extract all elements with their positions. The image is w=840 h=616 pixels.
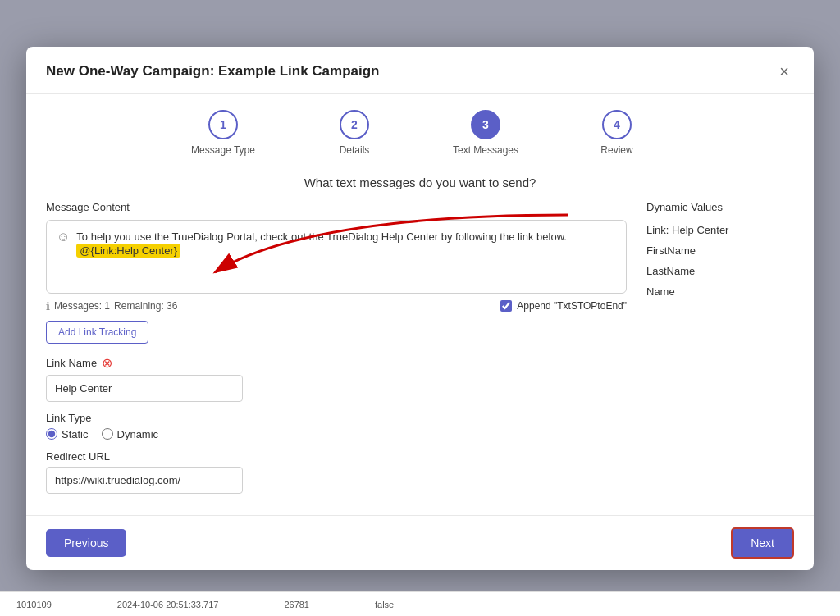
bg-col2: 2024-10-06 20:51:33.717 bbox=[117, 600, 219, 609]
link-name-input[interactable] bbox=[46, 375, 243, 402]
append-checkbox-group: Append "TxtSTOPtoEnd" bbox=[500, 300, 627, 312]
step-2: 2 Details bbox=[289, 110, 420, 156]
step-4: 4 Review bbox=[551, 110, 682, 156]
bg-table-row: 1010109 2024-10-06 20:51:33.717 26781 fa… bbox=[0, 591, 840, 616]
bg-col3: 26781 bbox=[284, 600, 309, 609]
redirect-url-group: Redirect URL bbox=[46, 450, 627, 494]
stats-left: ℹ Messages: 1 Remaining: 36 bbox=[46, 300, 177, 313]
static-radio-option[interactable]: Static bbox=[46, 428, 89, 440]
append-label: Append "TxtSTOPtoEnd" bbox=[517, 300, 627, 312]
step-2-label: Details bbox=[340, 144, 370, 156]
link-name-label: Link Name ⊗ bbox=[46, 355, 627, 371]
step-3: 3 Text Messages bbox=[420, 110, 551, 156]
dynamic-radio[interactable] bbox=[102, 428, 113, 440]
add-link-tracking-button[interactable]: Add Link Tracking bbox=[46, 321, 148, 344]
dynamic-values-panel: Dynamic Values Link: Help Center FirstNa… bbox=[646, 201, 794, 504]
next-button[interactable]: Next bbox=[731, 527, 794, 559]
message-box[interactable]: ☺ To help you use the TrueDialog Portal,… bbox=[46, 220, 627, 294]
dynamic-item-0[interactable]: Link: Help Center bbox=[646, 220, 794, 240]
remaining-count: Remaining: 36 bbox=[114, 300, 177, 312]
content-row: Message Content ☺ To help you use the Tr… bbox=[46, 201, 794, 504]
link-tag: @{Link:Help Center} bbox=[76, 244, 180, 258]
modal-title: New One-Way Campaign: Example Link Campa… bbox=[46, 63, 380, 80]
step-2-circle: 2 bbox=[340, 110, 369, 139]
append-checkbox[interactable] bbox=[500, 300, 512, 312]
previous-button[interactable]: Previous bbox=[46, 529, 126, 557]
link-type-radio-group: Static Dynamic bbox=[46, 428, 627, 440]
section-title: What text messages do you want to send? bbox=[46, 176, 794, 189]
campaign-modal: New One-Way Campaign: Example Link Campa… bbox=[26, 47, 814, 570]
modal-header: New One-Way Campaign: Example Link Campa… bbox=[26, 47, 814, 94]
modal-body: What text messages do you want to send? … bbox=[26, 167, 814, 512]
step-3-label: Text Messages bbox=[453, 144, 518, 156]
message-area: Message Content ☺ To help you use the Tr… bbox=[46, 201, 627, 504]
step-4-label: Review bbox=[600, 144, 632, 156]
link-type-label: Link Type bbox=[46, 412, 627, 424]
dynamic-label: Dynamic bbox=[117, 428, 159, 440]
close-button[interactable]: × bbox=[774, 62, 794, 81]
dynamic-radio-option[interactable]: Dynamic bbox=[102, 428, 159, 440]
redirect-url-input[interactable] bbox=[46, 467, 243, 494]
message-text: To help you use the TrueDialog Portal, c… bbox=[76, 230, 567, 243]
emoji-icon: ☺ bbox=[57, 230, 70, 258]
step-1: 1 Message Type bbox=[158, 110, 289, 156]
messages-count: Messages: 1 bbox=[54, 300, 110, 312]
info-icon: ℹ bbox=[46, 300, 50, 313]
redirect-url-label: Redirect URL bbox=[46, 450, 627, 463]
static-radio[interactable] bbox=[46, 428, 57, 440]
link-type-group: Link Type Static Dynamic bbox=[46, 412, 627, 440]
modal-footer: Previous Next bbox=[26, 515, 814, 570]
step-1-circle: 1 bbox=[208, 110, 238, 139]
message-text-block: To help you use the TrueDialog Portal, c… bbox=[76, 229, 567, 258]
stepper: 1 Message Type 2 Details 3 Text Messages… bbox=[26, 94, 814, 167]
bg-col1: 1010109 bbox=[16, 600, 52, 609]
dynamic-item-3[interactable]: Name bbox=[646, 281, 794, 302]
step-3-circle: 3 bbox=[471, 110, 500, 139]
dynamic-item-1[interactable]: FirstName bbox=[646, 240, 794, 261]
error-icon: ⊗ bbox=[102, 355, 112, 371]
step-4-circle: 4 bbox=[602, 110, 632, 139]
bg-col4: false bbox=[375, 600, 394, 609]
msg-stats: ℹ Messages: 1 Remaining: 36 Append "TxtS… bbox=[46, 300, 627, 313]
static-label: Static bbox=[62, 428, 89, 440]
link-name-group: Link Name ⊗ bbox=[46, 355, 627, 402]
link-form: Link Name ⊗ Link Type Static bbox=[46, 355, 627, 494]
dynamic-values-label: Dynamic Values bbox=[646, 201, 794, 213]
message-content-label: Message Content bbox=[46, 201, 627, 213]
step-1-label: Message Type bbox=[191, 144, 255, 156]
dynamic-item-2[interactable]: LastName bbox=[646, 261, 794, 281]
